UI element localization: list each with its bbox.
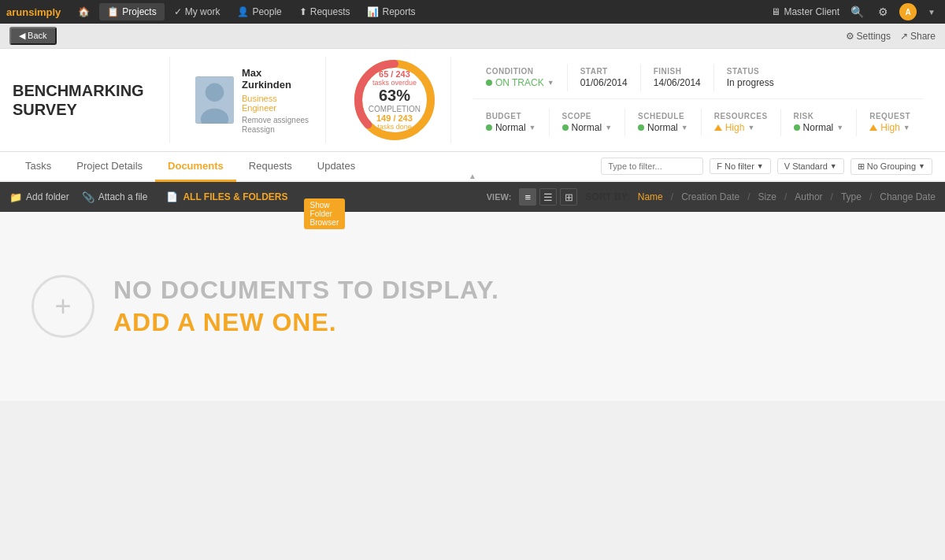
filter-input[interactable] [601,158,703,175]
settings-icon: ⚙ [846,31,854,42]
tab-documents[interactable]: Documents [155,152,236,182]
nav-home[interactable]: 🏠 [70,3,98,20]
sort-size[interactable]: Size [758,191,776,202]
assignee-photo [195,76,234,124]
view-icons: ≡ ☰ ⊞ [519,188,577,206]
budget-value[interactable]: Normal ▼ [486,122,536,133]
folder-browser-tooltip[interactable]: Show Folder Browser [304,198,346,229]
grouping-btn[interactable]: ⊞ No Grouping ▼ [850,158,932,175]
metric-start: START 01/06/2014 [568,64,641,91]
schedule-dot [638,124,644,131]
condition-label: CONDITION [486,67,554,76]
sep1: / [671,191,673,202]
sep4: / [831,191,833,202]
sort-change[interactable]: Change Date [880,191,936,202]
resources-label: RESOURCES [714,112,768,121]
nav-requests[interactable]: ⬆ Requests [291,3,358,20]
share-link[interactable]: ↗ Share [900,31,936,42]
nav-reports[interactable]: 📊 Reports [359,3,423,20]
finish-value: 14/06/2014 [654,77,701,88]
sort-creation[interactable]: Creation Date [681,191,739,202]
grouping-chevron: ▼ [918,162,925,170]
sub-nav-items: Tasks Project Details Documents Requests… [13,152,601,180]
condition-dot [486,80,492,86]
settings-link[interactable]: ⚙ Settings [846,31,891,42]
status-label: STATUS [727,67,774,76]
metric-status: STATUS In progress [714,64,787,91]
search-btn[interactable]: 🔍 [847,4,867,20]
projects-icon: 📋 [107,6,119,17]
add-circle-icon[interactable]: + [32,275,94,338]
settings-btn[interactable]: ⚙ [875,4,891,20]
tab-updates[interactable]: Updates [305,152,368,182]
empty-cta-text[interactable]: ADD A NEW ONE. [113,308,499,337]
tasks-overdue-label: tasks overdue [369,79,421,87]
scope-label: SCOPE [562,112,613,121]
add-folder-icon: 📁 [9,191,22,203]
view-list-btn[interactable]: ≡ [519,188,536,206]
collapse-arrow[interactable]: ▲ [469,172,476,180]
request-triangle [869,124,877,131]
view-detail-btn[interactable]: ☰ [539,188,557,206]
standard-icon: V [784,161,790,171]
metrics-row-bottom: BUDGET Normal ▼ SCOPE Normal ▼ SCHEDULE [473,98,923,144]
metrics-row-top: CONDITION ON TRACK ▼ START 01/06/2014 FI… [473,57,923,98]
risk-chevron: ▼ [836,124,843,132]
tab-project-details[interactable]: Project Details [64,152,155,182]
view-section: VIEW: ≡ ☰ ⊞ SORT BY: Name / Creation Dat… [487,188,936,206]
donut-chart: 65 / 243 tasks overdue 63% COMPLETION 14… [351,57,438,143]
app-logo: arunsimply [6,6,61,18]
tasks-done-label: tasks done [369,123,421,131]
condition-chevron: ▼ [547,79,554,87]
view-grid-btn[interactable]: ⊞ [560,188,577,206]
sep5: / [869,191,872,202]
risk-label: RISK [794,112,844,121]
sort-type[interactable]: Type [841,191,862,202]
risk-value[interactable]: Normal ▼ [794,122,844,133]
risk-dot [794,124,800,131]
home-icon: 🏠 [78,6,90,17]
sort-name[interactable]: Name [638,191,663,202]
top-nav: arunsimply 🏠 📋 Projects ✓ My work 👤 Peop… [0,0,945,24]
all-files-title: 📄 ALL FILES & FOLDERS [166,191,287,202]
standard-chevron: ▼ [830,162,837,170]
scope-value[interactable]: Normal ▼ [562,122,613,133]
metric-schedule: SCHEDULE Normal ▼ [625,109,702,136]
project-title: BENCHMARKINGSURVEY [13,81,157,119]
tab-requests[interactable]: Requests [236,152,305,182]
sort-label: SORT BY: [585,191,629,202]
sort-author[interactable]: Author [795,191,822,202]
condition-value[interactable]: ON TRACK ▼ [486,77,554,88]
nav-mywork[interactable]: ✓ My work [166,3,228,20]
reports-icon: 📊 [367,6,379,17]
request-value[interactable]: High ▼ [869,122,910,133]
person-silhouette [195,76,234,124]
nav-people[interactable]: 👤 People [229,3,289,20]
completion-label: COMPLETION [369,105,421,113]
nav-projects[interactable]: 📋 Projects [99,3,164,20]
metric-condition: CONDITION ON TRACK ▼ [473,64,568,91]
reassign-link[interactable]: Reassign [242,125,313,134]
attach-file-btn[interactable]: 📎 Attach a file [82,191,148,203]
people-icon: 👤 [237,6,249,17]
metric-budget: BUDGET Normal ▼ [473,109,550,136]
remove-assignees-link[interactable]: Remove assignees [242,116,313,124]
resources-value[interactable]: High ▼ [714,122,768,133]
add-folder-btn[interactable]: 📁 Add folder [9,191,69,203]
nav-items: 🏠 📋 Projects ✓ My work 👤 People ⬆ Reques… [70,3,771,20]
filter-icon: F [717,161,722,171]
standard-btn[interactable]: V Standard ▼ [777,158,844,174]
back-button[interactable]: ◀ Back [9,27,57,45]
metric-resources: RESOURCES High ▼ [702,109,781,136]
monitor-icon: 🖥 [771,6,780,17]
tab-tasks[interactable]: Tasks [13,152,64,182]
donut-text: 65 / 243 tasks overdue 63% COMPLETION 14… [369,69,421,131]
assignee-links: Remove assignees Reassign [242,116,313,134]
filter-btn[interactable]: F No filter ▼ [710,158,771,174]
schedule-value[interactable]: Normal ▼ [638,122,688,133]
user-chevron[interactable]: ▼ [925,6,939,18]
user-avatar[interactable]: A [899,3,917,20]
master-client[interactable]: 🖥 Master Client [771,6,839,17]
budget-label: BUDGET [486,112,536,121]
project-title-section: BENCHMARKINGSURVEY [13,57,170,143]
